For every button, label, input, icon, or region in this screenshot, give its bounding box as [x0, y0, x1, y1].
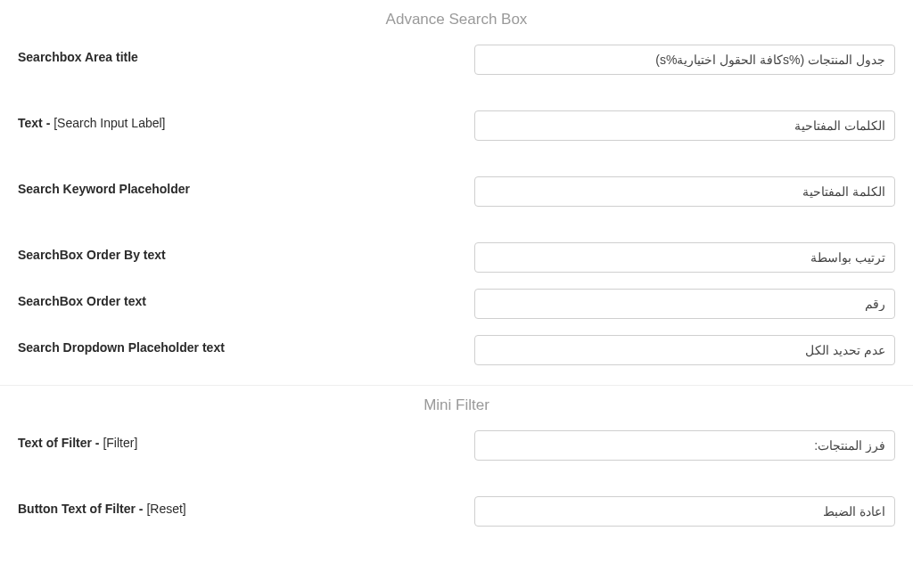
row-order: SearchBox Order text: [0, 289, 913, 319]
label-text-of-filter-main: Text of Filter -: [18, 436, 103, 450]
input-text-of-filter[interactable]: [474, 430, 895, 461]
label-button-text-main: Button Text of Filter -: [18, 502, 146, 516]
input-order-by[interactable]: [474, 242, 895, 273]
label-button-text: Button Text of Filter - [Reset]: [18, 496, 474, 516]
label-area-title: Searchbox Area title: [18, 45, 474, 64]
advance-search-section: Advance Search Box Searchbox Area title …: [0, 0, 913, 386]
mini-filter-heading: Mini Filter: [0, 386, 913, 430]
label-input-label-sub: [Search Input Label]: [53, 116, 165, 130]
input-wrap-order-by: [474, 242, 895, 273]
input-wrap-order: [474, 289, 895, 319]
input-wrap-area-title: [474, 45, 895, 75]
row-button-text: Button Text of Filter - [Reset]: [0, 496, 913, 527]
label-input-label-main: Text -: [18, 116, 53, 130]
input-search-input-label[interactable]: [474, 110, 895, 141]
input-wrap-text-of-filter: [474, 430, 895, 461]
row-area-title: Searchbox Area title: [0, 45, 913, 75]
label-input-label: Text - [Search Input Label]: [18, 110, 474, 130]
row-input-label: Text - [Search Input Label]: [0, 110, 913, 141]
input-wrap-button-text: [474, 496, 895, 527]
row-text-of-filter: Text of Filter - [Filter]: [0, 430, 913, 461]
mini-filter-section: Mini Filter Text of Filter - [Filter] Bu…: [0, 386, 913, 544]
input-wrap-input-label: [474, 110, 895, 141]
label-text-of-filter: Text of Filter - [Filter]: [18, 430, 474, 450]
input-area-title[interactable]: [474, 45, 895, 75]
advance-search-heading: Advance Search Box: [0, 0, 913, 45]
row-dropdown-placeholder: Search Dropdown Placeholder text: [0, 335, 913, 365]
label-order: SearchBox Order text: [18, 289, 474, 308]
row-keyword-placeholder: Search Keyword Placeholder: [0, 176, 913, 207]
input-dropdown-placeholder[interactable]: [474, 335, 895, 365]
input-wrap-dropdown-placeholder: [474, 335, 895, 365]
label-order-by: SearchBox Order By text: [18, 242, 474, 262]
input-keyword-placeholder[interactable]: [474, 176, 895, 207]
row-order-by: SearchBox Order By text: [0, 242, 913, 273]
label-keyword-placeholder: Search Keyword Placeholder: [18, 176, 474, 196]
label-dropdown-placeholder: Search Dropdown Placeholder text: [18, 335, 474, 355]
input-wrap-keyword-placeholder: [474, 176, 895, 207]
input-button-text[interactable]: [474, 496, 895, 527]
input-order[interactable]: [474, 289, 895, 319]
label-text-of-filter-sub: [Filter]: [103, 436, 137, 450]
label-button-text-sub: [Reset]: [146, 502, 185, 516]
